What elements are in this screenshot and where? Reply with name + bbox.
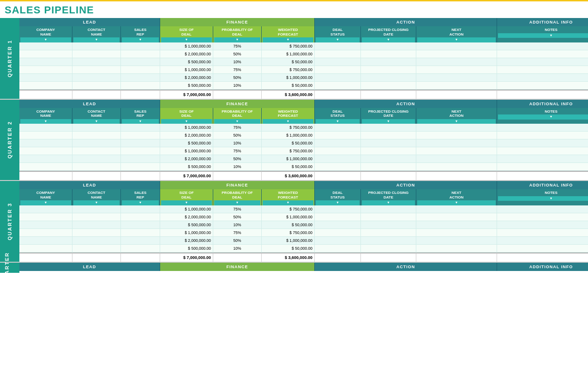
col-dropdown-dealstatus[interactable]: ▼ [316,37,360,42]
col-dropdown-company[interactable]: ▼ [20,200,71,205]
col-dropdown-weighted[interactable]: ▼ [263,119,313,124]
cell-company-0 [19,124,72,132]
cell-salesrep-5 [121,163,160,171]
col-dropdown-projclose[interactable]: ▼ [362,37,415,42]
cell-notes-2 [497,58,588,66]
col-dropdown-notes[interactable]: ▼ [498,114,588,119]
cell-sizedeal-0: $ 1,000,000.00 [160,42,213,50]
cell-company-4 [19,155,72,163]
col-dropdown-weighted[interactable]: ▼ [263,200,313,205]
table-row: $ 1,000,000.0075%$ 750,000.00 [19,66,588,74]
cell-notes-1 [497,132,588,139]
cell-sizedeal-1: $ 2,000,000.00 [160,213,213,221]
cell-prob-1: 50% [213,50,262,58]
cell-salesrep-0 [121,205,160,213]
col-dropdown-contact[interactable]: ▼ [73,200,120,205]
cell-dealstatus-2 [315,58,361,66]
group-header-lead: LEAD [19,100,160,108]
group-header-row: LEADFINANCEACTIONADDITIONAL INFO [19,100,588,108]
cell-notes-1 [497,50,588,58]
table-row: $ 500,000.0010%$ 50,000.00 [19,58,588,66]
page-title: SALES PIPELINE [5,4,583,16]
cell-projclose-0 [361,42,416,50]
cell-sizedeal-0: $ 1,000,000.00 [160,205,213,213]
cell-nextaction-4 [416,237,497,245]
cell-nextaction-5 [416,163,497,171]
cell-prob-4: 50% [213,74,262,82]
cell-company-2 [19,139,72,147]
table-row: $ 500,000.0010%$ 50,000.00 [19,245,588,253]
cell-salesrep-1 [121,50,160,58]
cell-prob-5: 10% [213,163,262,171]
col-dropdown-projclose[interactable]: ▼ [362,119,415,124]
col-dropdown-nextaction[interactable]: ▼ [417,37,496,42]
col-dropdown-dealstatus[interactable]: ▼ [316,200,360,205]
cell-notes-2 [497,139,588,147]
col-dropdown-notes[interactable]: ▼ [498,196,588,201]
cell-contact-0 [72,124,121,132]
cell-weighted-4: $ 1,000,000.00 [262,237,315,245]
quarter-3-block: QUARTER 3LEADFINANCEACTIONADDITIONAL INF… [0,181,588,263]
table-row: $ 2,000,000.0050%$ 1,000,000.00 [19,213,588,221]
col-dropdown-projclose[interactable]: ▼ [362,200,415,205]
col-dropdown-prob[interactable]: ▼ [214,200,260,205]
cell-sizedeal-2: $ 500,000.00 [160,58,213,66]
bottom-group-header-finance: FINANCE [160,263,315,271]
col-dropdown-company[interactable]: ▼ [20,37,71,42]
cell-company-3 [19,147,72,155]
total-contact [72,90,121,99]
col-header-sizedeal: SIZE OFDEAL▼ [160,189,213,205]
table-row: $ 1,000,000.0075%$ 750,000.00 [19,229,588,237]
col-dropdown-contact[interactable]: ▼ [73,119,120,124]
col-dropdown-prob[interactable]: ▼ [214,119,260,124]
col-dropdown-nextaction[interactable]: ▼ [417,119,496,124]
cell-company-4 [19,74,72,82]
cell-notes-0 [497,205,588,213]
total-projclose [361,90,416,99]
cell-sizedeal-3: $ 1,000,000.00 [160,147,213,155]
cell-nextaction-0 [416,205,497,213]
col-dropdown-salesrep[interactable]: ▼ [122,119,159,124]
col-header-row: COMPANYNAME▼CONTACTNAME▼SALESREP▼SIZE OF… [19,108,588,124]
cell-contact-5 [72,163,121,171]
col-dropdown-sizedeal[interactable]: ▼ [161,200,212,205]
cell-weighted-2: $ 50,000.00 [262,58,315,66]
col-header-nextaction: NEXTACTION▼ [416,108,497,124]
col-dropdown-sizedeal[interactable]: ▼ [161,119,212,124]
cell-nextaction-2 [416,139,497,147]
cell-projclose-5 [361,245,416,253]
col-dropdown-salesrep[interactable]: ▼ [122,37,159,42]
table-row: $ 1,000,000.0075%$ 750,000.00 [19,147,588,155]
col-dropdown-salesrep[interactable]: ▼ [122,200,159,205]
cell-company-5 [19,82,72,90]
col-dropdown-weighted[interactable]: ▼ [263,37,313,42]
cell-weighted-0: $ 750,000.00 [262,124,315,132]
quarter-1-label: QUARTER 1 [0,18,19,99]
col-dropdown-contact[interactable]: ▼ [73,37,120,42]
cell-nextaction-2 [416,221,497,229]
col-dropdown-notes[interactable]: ▼ [498,33,588,38]
cell-weighted-2: $ 50,000.00 [262,139,315,147]
col-dropdown-sizedeal[interactable]: ▼ [161,37,212,42]
cell-prob-4: 50% [213,237,262,245]
quarter-3-table: LEADFINANCEACTIONADDITIONAL INFOCOMPANYN… [19,181,588,262]
total-sizedeal: $ 7,000,000.00 [160,90,213,99]
cell-projclose-3 [361,229,416,237]
cell-company-0 [19,42,72,50]
cell-contact-2 [72,58,121,66]
total-company [19,90,72,99]
quarter-1-table: LEADFINANCEACTIONADDITIONAL INFOCOMPANYN… [19,18,588,99]
total-salesrep [121,253,160,262]
group-header-finance: FINANCE [160,181,315,189]
group-header-finance: FINANCE [160,100,315,108]
cell-salesrep-5 [121,245,160,253]
group-header-lead: LEAD [19,181,160,189]
col-dropdown-prob[interactable]: ▼ [214,37,260,42]
total-salesrep [121,90,160,99]
total-notes [497,253,588,262]
col-dropdown-dealstatus[interactable]: ▼ [316,119,360,124]
col-dropdown-company[interactable]: ▼ [20,119,71,124]
cell-salesrep-2 [121,58,160,66]
totals-row: $ 7,000,000.00$ 3,600,000.00 [19,90,588,99]
col-dropdown-nextaction[interactable]: ▼ [417,200,496,205]
